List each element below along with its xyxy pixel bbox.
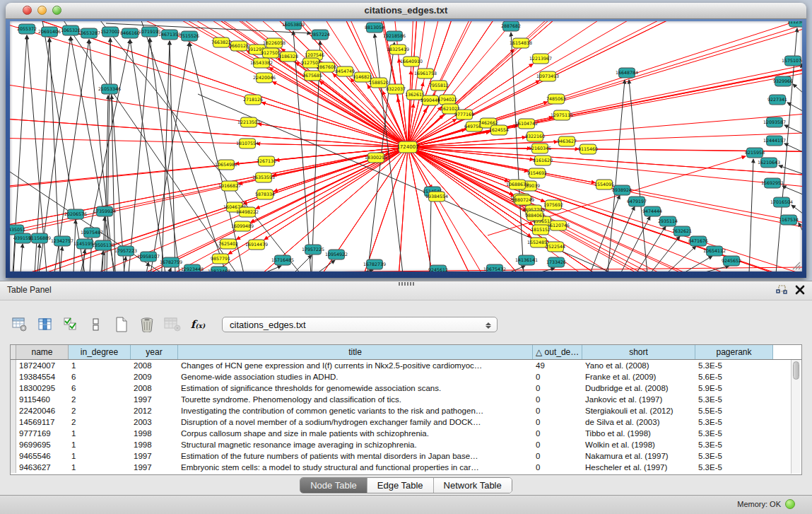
- table-row[interactable]: 969969511998Structural magnetic resonanc…: [11, 439, 801, 450]
- table-cell[interactable]: [11, 360, 16, 371]
- table-cell[interactable]: [11, 462, 16, 473]
- column-visibility-button[interactable]: [35, 315, 55, 334]
- table-cell[interactable]: 5.3E-5: [695, 360, 773, 371]
- table-rows-button[interactable]: [86, 315, 106, 334]
- table-cell[interactable]: 2003: [131, 416, 178, 428]
- delete-table-button[interactable]: [163, 315, 182, 334]
- table-cell[interactable]: Genome-wide association studies in ADHD.: [178, 371, 533, 382]
- table-cell[interactable]: 0: [533, 450, 582, 462]
- table-cell[interactable]: Yano et al. (2008): [582, 360, 695, 371]
- close-panel-icon[interactable]: [795, 285, 805, 295]
- table-cell[interactable]: Tourette syndrome. Phenomenology and cla…: [178, 394, 533, 405]
- table-cell[interactable]: 0: [533, 439, 582, 450]
- table-cell[interactable]: Hescheler et al. (1997): [582, 462, 695, 473]
- table-cell[interactable]: [11, 405, 16, 416]
- table-row[interactable]: 946554611997Estimation of the future num…: [11, 450, 801, 462]
- table-row[interactable]: 1938455462009Genome-wide association stu…: [11, 371, 801, 382]
- table-row[interactable]: 911546021997Tourette syndrome. Phenomeno…: [11, 394, 801, 405]
- table-cell[interactable]: 1998: [131, 428, 178, 439]
- table-cell[interactable]: 5.5E-5: [695, 405, 773, 416]
- table-cell[interactable]: 5.9E-5: [695, 382, 773, 394]
- table-cell[interactable]: 1997: [131, 450, 178, 462]
- table-cell[interactable]: de Silva et al. (2003): [582, 416, 695, 428]
- close-window-button[interactable]: [23, 6, 32, 15]
- canvas-resize-grip-icon[interactable]: [791, 260, 801, 270]
- table-cell[interactable]: 6: [69, 382, 131, 394]
- table-row[interactable]: 1872400712008Changes of HCN gene express…: [11, 360, 801, 371]
- table-cell[interactable]: 1998: [131, 439, 178, 450]
- table-cell[interactable]: 5.3E-5: [695, 439, 773, 450]
- column-header-short[interactable]: short: [582, 345, 695, 359]
- table-settings-button[interactable]: [10, 315, 30, 334]
- table-cell[interactable]: 9115460: [16, 394, 69, 405]
- table-cell[interactable]: Stergiakouli et al. (2012): [582, 405, 695, 416]
- network-canvas[interactable]: 2055372206914061065328106532871527002846…: [10, 21, 802, 271]
- table-cell[interactable]: 2009: [131, 371, 178, 382]
- table-select[interactable]: citations_edges.txt: [222, 317, 498, 332]
- table-cell[interactable]: Embryonic stem cells: a model to study s…: [178, 462, 533, 473]
- table-cell[interactable]: [11, 382, 16, 394]
- table-cell[interactable]: 9699695: [16, 439, 69, 450]
- table-cell[interactable]: 19384554: [16, 371, 69, 382]
- table-cell[interactable]: 5.6E-5: [695, 371, 773, 382]
- table-cell[interactable]: 2: [69, 416, 131, 428]
- table-cell[interactable]: 5.3E-5: [695, 416, 773, 428]
- tab-edge-table[interactable]: Edge Table: [367, 478, 434, 493]
- table-cell[interactable]: Estimation of the future numbers of pati…: [178, 450, 533, 462]
- node-table[interactable]: namein_degreeyeartitle△ out_de…shortpage…: [10, 344, 802, 475]
- table-cell[interactable]: 2008: [131, 360, 178, 371]
- table-cell[interactable]: Tibbo et al. (1998): [582, 428, 695, 439]
- table-cell[interactable]: 0: [533, 462, 582, 473]
- table-cell[interactable]: 14569117: [16, 416, 69, 428]
- table-cell[interactable]: 1: [69, 450, 131, 462]
- table-cell[interactable]: Franke et al. (2009): [582, 371, 695, 382]
- table-cell[interactable]: 1: [69, 428, 131, 439]
- table-cell[interactable]: Estimation of significance thresholds fo…: [178, 382, 533, 394]
- panel-divider-grip[interactable]: [399, 282, 414, 286]
- table-row[interactable]: 1830029562008Estimation of significance …: [11, 382, 801, 394]
- table-cell[interactable]: Corpus callosum shape and size in male p…: [178, 428, 533, 439]
- table-cell[interactable]: 5.3E-5: [695, 462, 773, 473]
- column-header-pagerank[interactable]: pagerank: [695, 345, 773, 359]
- table-cell[interactable]: 1997: [131, 394, 178, 405]
- table-cell[interactable]: 1997: [131, 462, 178, 473]
- table-cell[interactable]: 5.3E-5: [695, 450, 773, 462]
- table-cell[interactable]: Disruption of a novel member of a sodium…: [178, 416, 533, 428]
- table-cell[interactable]: 9465546: [16, 450, 69, 462]
- row-selection-button[interactable]: [61, 315, 81, 334]
- zoom-window-button[interactable]: [52, 6, 61, 15]
- table-cell[interactable]: 9777169: [16, 428, 69, 439]
- window-titlebar[interactable]: citations_edges.txt: [6, 3, 806, 19]
- table-cell[interactable]: 2: [69, 394, 131, 405]
- table-cell[interactable]: 1: [69, 360, 131, 371]
- tab-node-table[interactable]: Node Table: [300, 478, 367, 493]
- table-cell[interactable]: Wolkin et al. (1998): [582, 439, 695, 450]
- table-cell[interactable]: Nakamura et al. (1997): [582, 450, 695, 462]
- table-cell[interactable]: 18300295: [16, 382, 69, 394]
- table-cell[interactable]: 2008: [131, 382, 178, 394]
- table-body[interactable]: 1872400712008Changes of HCN gene express…: [11, 360, 801, 473]
- table-cell[interactable]: 0: [533, 394, 582, 405]
- table-row[interactable]: 977716911998Corpus callosum shape and si…: [11, 428, 801, 439]
- table-cell[interactable]: [11, 394, 16, 405]
- table-cell[interactable]: [11, 439, 16, 450]
- tab-network-table[interactable]: Network Table: [434, 478, 512, 493]
- scrollbar-thumb[interactable]: [793, 361, 799, 380]
- table-cell[interactable]: 18724007: [16, 360, 69, 371]
- table-cell[interactable]: Dudbridge et al. (2008): [582, 382, 695, 394]
- table-cell[interactable]: [11, 416, 16, 428]
- network-window[interactable]: citations_edges.txt 20553722069140610653…: [6, 3, 806, 278]
- table-cell[interactable]: 2012: [131, 405, 178, 416]
- table-cell[interactable]: [11, 371, 16, 382]
- table-cell[interactable]: 2: [69, 405, 131, 416]
- column-header-name[interactable]: name: [16, 345, 69, 359]
- table-cell[interactable]: 1: [69, 439, 131, 450]
- table-cell[interactable]: Investigating the contribution of common…: [178, 405, 533, 416]
- column-header-in_degree[interactable]: in_degree: [69, 345, 131, 359]
- table-cell[interactable]: 49: [533, 360, 582, 371]
- table-cell[interactable]: 22420046: [16, 405, 69, 416]
- table-cell[interactable]: 0: [533, 371, 582, 382]
- table-cell[interactable]: 9463627: [16, 462, 69, 473]
- table-cell[interactable]: Jankovic et al. (1997): [582, 394, 695, 405]
- citation-network-graph[interactable]: 2055372206914061065328106532871527002846…: [10, 21, 802, 271]
